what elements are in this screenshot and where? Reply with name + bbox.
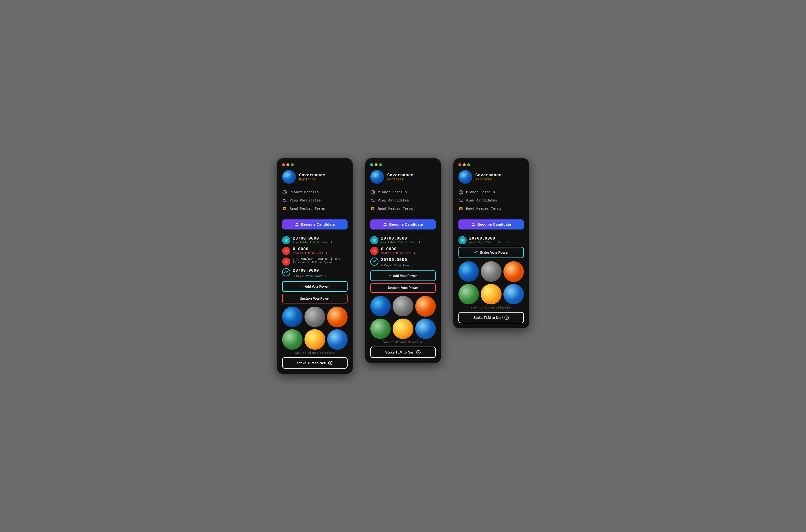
nav-icon — [458, 198, 464, 203]
divider — [458, 216, 524, 216]
window-dots — [282, 164, 348, 166]
become-candidate-button[interactable]: Become Candidate — [370, 220, 436, 229]
app-title: Governance — [475, 173, 502, 177]
app-title: Governance — [387, 173, 413, 177]
header: GovernanceExplorer — [370, 170, 436, 184]
nav-item-1[interactable]: View Candidates — [370, 196, 436, 205]
nav-item-2[interactable]: Read Member Terms — [458, 205, 524, 213]
nav-label: Planet Details — [290, 190, 319, 194]
planets-grid — [458, 261, 524, 304]
planet-blue-5[interactable] — [327, 329, 348, 350]
header-text: GovernanceExplorer — [475, 173, 502, 181]
available-tlm-values: 20700.0000Available TLM in Neri ℹ — [293, 236, 348, 244]
svg-point-11 — [372, 190, 374, 194]
dot-yellow — [286, 164, 289, 166]
svg-point-10 — [371, 190, 375, 194]
nav-item-0[interactable]: Planet Details — [282, 188, 348, 196]
staked-tlm-values: 0.0000Staked TLM in Neri ℹ — [293, 247, 348, 255]
planet-earth-0[interactable] — [458, 261, 479, 282]
planet-blue-5[interactable] — [415, 319, 436, 339]
planet-gray-1[interactable] — [304, 307, 325, 327]
app-subtitle: Explorer — [387, 177, 413, 181]
avatar — [282, 170, 296, 184]
back-to-planet-selection[interactable]: Back to Planet Selection — [458, 306, 524, 309]
unstake-vote-power-button[interactable]: Unstake Vote Power — [282, 294, 348, 303]
svg-point-15 — [385, 223, 386, 225]
planet-gray-1[interactable] — [481, 261, 501, 282]
release-datetime: 2023/00/00 02:03:01 (UTC) — [293, 258, 348, 261]
unstake-vote-power-button[interactable]: Unstake Vote Power — [370, 283, 436, 293]
stake-tlm-button[interactable]: Stake TLM to Neri — [458, 312, 524, 323]
panel-2: GovernanceExplorerPlanet DetailsView Can… — [365, 158, 441, 363]
app-title: Governance — [299, 173, 325, 177]
planet-blue-5[interactable] — [503, 284, 524, 304]
svg-marker-17 — [373, 249, 376, 252]
svg-marker-6 — [285, 239, 288, 242]
vote-power-icon — [370, 258, 378, 266]
back-to-planet-selection[interactable]: Back to Planet Selection — [370, 341, 436, 344]
stat-staked-tlm: 0.0000Staked TLM in Neri ℹ — [370, 247, 436, 255]
svg-point-19 — [459, 190, 463, 194]
svg-marker-25 — [461, 239, 464, 242]
planet-orange-2[interactable] — [503, 261, 524, 282]
add-vote-power-button[interactable]: ~ Add Vote Power — [370, 270, 436, 281]
planet-green-3[interactable] — [370, 319, 391, 339]
stake-vote-power-button[interactable]: Stake Vote Power — [458, 247, 524, 258]
vote-power-values: 20700.00000 Days Vote Power ℹ — [293, 268, 348, 279]
planet-yellow-4[interactable] — [304, 329, 325, 350]
vote-power-number: 20700.0000 — [381, 258, 436, 262]
divider — [370, 216, 436, 216]
stat-available-tlm: 20700.0000Available TLM in Neri ℹ — [370, 236, 436, 244]
app-subtitle: Explorer — [475, 177, 502, 181]
svg-point-26 — [505, 316, 508, 320]
dot-green — [379, 164, 382, 166]
nav-item-0[interactable]: Planet Details — [458, 188, 524, 196]
header: GovernanceExplorer — [282, 170, 348, 184]
vote-power-sublabel: 0 Days Vote Power ℹ — [293, 273, 348, 279]
staked-tlm-number: 0.0000 — [293, 247, 348, 251]
nav-icon — [282, 198, 287, 203]
back-to-planet-selection[interactable]: Back to Planet Selection — [282, 352, 348, 355]
staked-tlm-label: Staked TLM in Neri ℹ — [293, 251, 348, 255]
header-text: GovernanceExplorer — [387, 173, 413, 181]
nav-item-1[interactable]: View Candidates — [282, 196, 348, 205]
stake-tlm-button[interactable]: Stake TLM to Neri — [282, 357, 348, 368]
become-candidate-button[interactable]: Become Candidate — [282, 220, 348, 229]
nav-label: Read Member Terms — [378, 207, 413, 211]
become-candidate-button[interactable]: Become Candidate — [458, 220, 524, 229]
dot-green — [467, 164, 470, 166]
release-label: Release of TLM in Eyeke — [293, 261, 348, 264]
tlm-icon — [370, 236, 378, 244]
nav-label: View Candidates — [378, 198, 409, 203]
nav-label: View Candidates — [290, 198, 321, 203]
planet-yellow-4[interactable] — [393, 319, 413, 339]
nav-icon — [370, 206, 375, 211]
nav-item-0[interactable]: Planet Details — [370, 188, 436, 196]
planet-green-3[interactable] — [282, 329, 303, 350]
tlm-icon — [282, 236, 290, 244]
planet-green-3[interactable] — [458, 284, 479, 304]
planet-orange-2[interactable] — [327, 307, 348, 327]
planet-orange-2[interactable] — [415, 296, 436, 316]
svg-point-18 — [416, 350, 420, 354]
release-icon — [282, 258, 290, 266]
nav-item-2[interactable]: Read Member Terms — [282, 205, 348, 213]
planet-gray-1[interactable] — [393, 296, 413, 316]
nav-item-1[interactable]: View Candidates — [458, 196, 524, 205]
planet-earth-0[interactable] — [282, 307, 303, 327]
vote-power-icon — [282, 268, 290, 277]
vote-power-values: 20700.00000 Days Vote Power ℹ — [381, 258, 436, 268]
planet-yellow-4[interactable] — [481, 284, 501, 304]
panel-3: GovernanceExplorerPlanet DetailsView Can… — [453, 158, 529, 328]
stake-tlm-button[interactable]: Stake TLM to Neri — [370, 347, 436, 358]
nav-item-2[interactable]: Read Member Terms — [370, 205, 436, 213]
avatar — [370, 170, 384, 184]
add-vote-power-button[interactable]: ~ Add Vote Power — [282, 281, 348, 292]
vote-power-sublabel: 0 Days Vote Power ℹ — [381, 262, 436, 268]
svg-point-5 — [296, 223, 298, 225]
stat-staked-tlm: 0.0000Staked TLM in Neri ℹ — [282, 247, 348, 255]
panels-container: GovernanceExplorerPlanet DetailsView Can… — [277, 158, 529, 374]
planet-earth-0[interactable] — [370, 296, 391, 316]
staked-tlm-values: 0.0000Staked TLM in Neri ℹ — [381, 247, 436, 255]
available-tlm-label: Available TLM in Neri ℹ — [469, 241, 524, 244]
